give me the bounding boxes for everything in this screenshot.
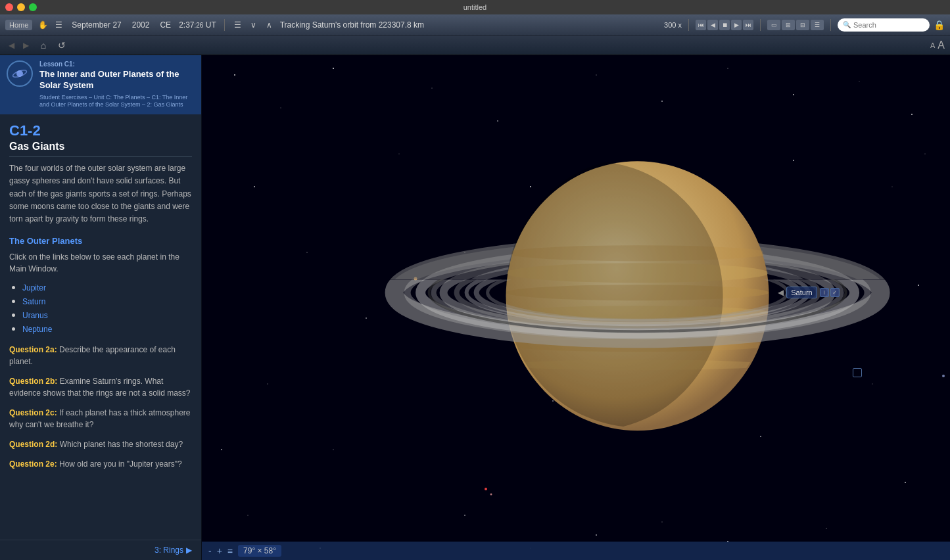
saturn-pointer-icon: ◀ [778, 288, 784, 297]
refresh-icon[interactable]: ↺ [55, 39, 68, 52]
date-display: September 27 [72, 20, 121, 30]
svg-point-48 [942, 375, 945, 377]
svg-point-30 [662, 522, 663, 523]
saturn-label-text: Saturn [786, 287, 817, 298]
menu-options-button[interactable]: ☰ [811, 20, 824, 30]
options-icon[interactable]: ☰ [233, 20, 243, 30]
home-nav-icon[interactable]: ⌂ [37, 39, 50, 52]
playback-controls: ⏮ ◀ ⏹ ▶ ⏭ [696, 20, 753, 30]
era-display: CE [160, 20, 171, 30]
secondary-toolbar: ◀ ▶ ⌂ ↺ A A [0, 35, 950, 55]
outer-planets-intro: Click on the links below to see each pla… [9, 251, 192, 275]
object-marker-top-right[interactable] [853, 368, 862, 377]
question-2a-label: Question 2a: [9, 345, 57, 354]
saturn-planet [381, 89, 894, 509]
triple-view-button[interactable]: ⊟ [796, 20, 809, 30]
back-arrow[interactable]: ◀ [5, 39, 17, 51]
layers-button[interactable]: ≡ [227, 546, 233, 556]
svg-point-3 [234, 74, 235, 76]
question-2d-label: Question 2d: [9, 440, 57, 449]
question-2c-label: Question 2c: [9, 408, 57, 417]
forward-arrow[interactable]: ▶ [20, 39, 32, 51]
next-lesson-button[interactable]: 3: Rings ▶ [154, 546, 192, 555]
font-large-button[interactable]: A [938, 39, 945, 51]
next-arrow-icon: ▶ [186, 546, 192, 555]
question-2e-label: Question 2e: [9, 459, 57, 469]
outer-planets-heading: The Outer Planets [9, 236, 192, 246]
svg-point-20 [248, 515, 249, 516]
left-panel: Lesson C1: The Inner and Outer Planets o… [0, 55, 202, 560]
toolbar-separator-4 [830, 19, 831, 31]
toolbar-separator-3 [760, 19, 761, 31]
home-button[interactable]: Home [5, 20, 32, 30]
single-view-button[interactable]: ▭ [767, 20, 780, 30]
planet-links-list: Jupiter Saturn Uranus Neptune [22, 281, 192, 335]
list-item: Saturn [22, 295, 192, 307]
lesson-label: Lesson C1: [39, 60, 195, 68]
up-icon[interactable]: ∨ [249, 20, 259, 30]
lesson-section-title: Gas Giants [9, 141, 192, 157]
hand-icon[interactable]: ✋ [37, 20, 48, 30]
split-view-button[interactable]: ⊞ [782, 20, 795, 30]
saturn-link[interactable]: Saturn [22, 297, 45, 306]
toolbar-separator-1 [224, 19, 225, 31]
tracking-status: Tracking Saturn's orbit from 223307.8 km [280, 20, 659, 30]
search-input[interactable] [853, 21, 924, 29]
lock-icon[interactable]: 🔒 [934, 20, 945, 30]
svg-point-16 [307, 252, 308, 253]
list-item: Uranus [22, 309, 192, 321]
saturn-info-button[interactable]: i [820, 288, 829, 297]
menu-icon[interactable]: ☰ [53, 20, 64, 30]
question-2d: Question 2d: Which planet has the shorte… [9, 438, 192, 450]
space-view[interactable]: ◀ Saturn i ✓ - + ≡ 79° × 58° [202, 55, 950, 560]
font-small-button[interactable]: A [930, 41, 935, 49]
skip-end-button[interactable]: ⏭ [743, 20, 753, 30]
main-toolbar: Home ✋ ☰ September 27 2002 CE 2:37:26 UT… [0, 14, 950, 35]
svg-point-14 [925, 154, 926, 154]
zoom-out-button[interactable]: - [208, 546, 212, 556]
svg-point-12 [859, 82, 860, 82]
search-box[interactable]: 🔍 [838, 18, 930, 32]
uranus-link[interactable]: Uranus [22, 311, 48, 320]
svg-point-68 [460, 161, 723, 431]
svg-point-27 [464, 515, 465, 516]
toolbar-separator-2 [688, 19, 689, 31]
skip-start-button[interactable]: ⏮ [696, 20, 706, 30]
svg-point-25 [905, 482, 906, 483]
lesson-id: C1-2 [9, 122, 192, 139]
svg-point-26 [826, 528, 827, 529]
toolbar-right-controls: 300 x ⏮ ◀ ⏹ ▶ ⏭ ▭ ⊞ ⊟ ☰ 🔍 🔒 [664, 18, 945, 32]
svg-point-38 [333, 450, 334, 450]
title-bar: untitled [0, 0, 950, 14]
play-button[interactable]: ▶ [731, 20, 742, 30]
list-item: Jupiter [22, 281, 192, 293]
down-icon[interactable]: ∧ [264, 20, 275, 30]
question-2e: Question 2e: How old are you in "Jupiter… [9, 458, 192, 470]
main-content: Lesson C1: The Inner and Outer Planets o… [0, 55, 950, 560]
question-2a: Question 2a: Describe the appearance of … [9, 344, 192, 367]
lesson-header: Lesson C1: The Inner and Outer Planets o… [0, 55, 201, 114]
neptune-link[interactable]: Neptune [22, 325, 52, 334]
jupiter-link[interactable]: Jupiter [22, 283, 46, 292]
svg-point-29 [596, 534, 597, 536]
font-size-controls: A A [930, 39, 945, 51]
question-2b-label: Question 2b: [9, 377, 57, 386]
svg-point-5 [333, 68, 334, 69]
svg-point-8 [596, 75, 597, 76]
saturn-check-button[interactable]: ✓ [830, 288, 840, 297]
svg-point-19 [221, 449, 222, 450]
stop-button[interactable]: ⏹ [719, 20, 730, 30]
svg-point-10 [728, 68, 728, 69]
year-display: 2002 [132, 20, 150, 30]
close-button[interactable] [5, 3, 13, 11]
svg-point-13 [911, 114, 913, 115]
nav-arrows: ◀ ▶ [5, 39, 32, 51]
minimize-button[interactable] [17, 3, 25, 11]
question-2e-text: How old are you in "Jupiter years"? [59, 459, 182, 469]
maximize-button[interactable] [29, 3, 37, 11]
prev-button[interactable]: ◀ [707, 20, 718, 30]
saturn-label-container: ◀ Saturn i ✓ [778, 287, 839, 298]
zoom-in-button[interactable]: + [217, 546, 222, 556]
lesson-footer: 3: Rings ▶ [0, 540, 201, 560]
list-item: Neptune [22, 323, 192, 335]
